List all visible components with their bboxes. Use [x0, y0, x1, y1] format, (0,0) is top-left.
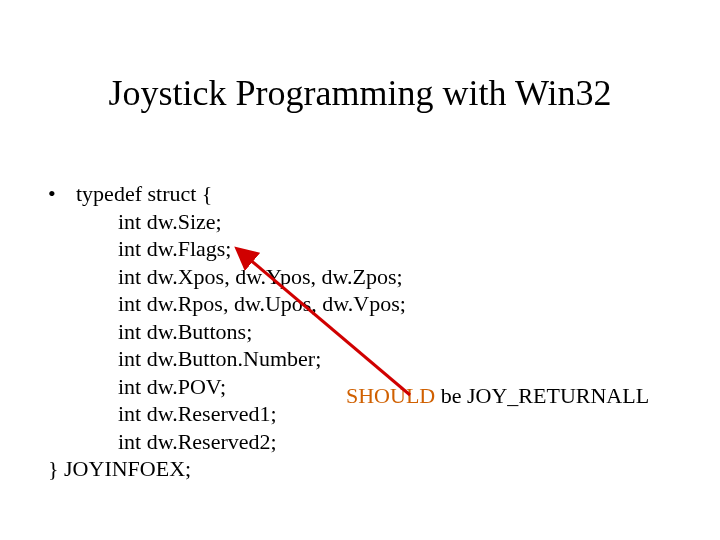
annotation-text: SHOULD be JOY_RETURNALL — [346, 383, 649, 409]
struct-open: •typedef struct { — [48, 180, 406, 208]
slide: Joystick Programming with Win32 •typedef… — [0, 0, 720, 540]
annotation-should: SHOULD — [346, 383, 435, 408]
code-block: •typedef struct { int dw.Size; int dw.Fl… — [48, 180, 406, 483]
annotation-rest: be JOY_RETURNALL — [435, 383, 649, 408]
struct-member: int dw.Rpos, dw.Upos, dw.Vpos; — [48, 290, 406, 318]
bullet-dot: • — [48, 180, 76, 208]
struct-close: } JOYINFOEX; — [48, 455, 406, 483]
struct-member: int dw.Reserved2; — [48, 428, 406, 456]
slide-title: Joystick Programming with Win32 — [0, 72, 720, 114]
struct-member: int dw.Button.Number; — [48, 345, 406, 373]
struct-member: int dw.Flags; — [48, 235, 406, 263]
struct-open-text: typedef struct { — [76, 181, 212, 206]
struct-member: int dw.Xpos, dw.Ypos, dw.Zpos; — [48, 263, 406, 291]
struct-member: int dw.Size; — [48, 208, 406, 236]
struct-member: int dw.Buttons; — [48, 318, 406, 346]
